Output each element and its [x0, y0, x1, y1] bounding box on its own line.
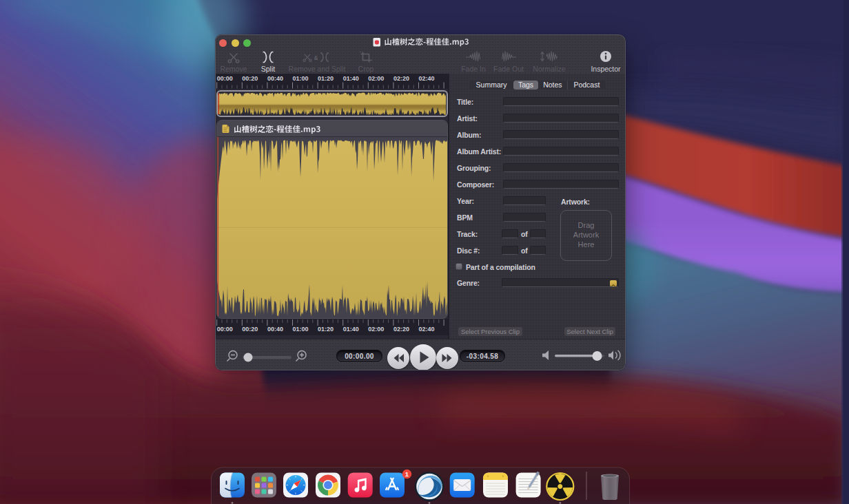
- svg-text:1: 1: [405, 470, 409, 478]
